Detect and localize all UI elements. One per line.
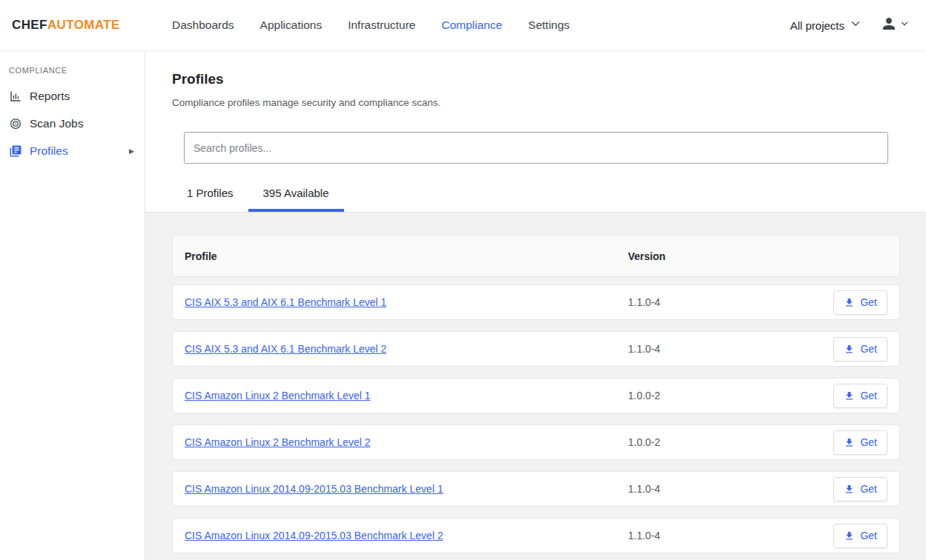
page-subtitle: Compliance profiles manage security and … (172, 97, 900, 109)
tab-available-profiles[interactable]: 395 Available (248, 173, 344, 212)
table-row: CIS AIX 5.3 and AIX 6.1 Benchmark Level … (172, 284, 900, 320)
search-container (184, 132, 888, 164)
get-button-label: Get (860, 530, 877, 541)
profile-link[interactable]: CIS Amazon Linux 2 Benchmark Level 1 (185, 390, 371, 401)
expand-arrow-icon[interactable]: ▶ (129, 147, 134, 155)
nav-item-infrastructure[interactable]: Infrastructure (348, 19, 415, 32)
column-header-profile: Profile (185, 250, 628, 262)
get-button[interactable]: Get (833, 477, 887, 501)
table-row: CIS Amazon Linux 2 Benchmark Level 2 1.0… (172, 424, 900, 460)
sidebar-item-label: Reports (30, 90, 70, 103)
logo-automate-text: AUTOMATE (47, 18, 120, 33)
table-header-row: Profile Version (172, 235, 900, 277)
table-row: CIS Amazon Linux 2014.09-2015.03 Benchma… (172, 518, 900, 553)
profile-link[interactable]: CIS Amazon Linux 2 Benchmark Level 2 (185, 436, 371, 448)
table-row: CIS AIX 5.3 and AIX 6.1 Benchmark Level … (172, 331, 900, 367)
profiles-table-section: Profile Version CIS AIX 5.3 and AIX 6.1 … (145, 213, 926, 560)
profile-link[interactable]: CIS Amazon Linux 2014.09-2015.03 Benchma… (185, 530, 443, 541)
download-icon (844, 437, 855, 448)
table-row: CIS Amazon Linux 2 Benchmark Level 1 1.0… (172, 378, 900, 413)
user-menu[interactable] (880, 15, 910, 36)
bar-chart-icon (9, 90, 22, 103)
sidebar-section-label: COMPLIANCE (0, 66, 145, 82)
chef-automate-logo[interactable]: CHEFAUTOMATE (0, 18, 160, 33)
nav-item-settings[interactable]: Settings (528, 19, 569, 32)
user-avatar-icon (880, 15, 898, 36)
main-navigation: Dashboards Applications Infrastructure C… (160, 19, 569, 32)
get-button[interactable]: Get (833, 290, 887, 315)
profile-link[interactable]: CIS Amazon Linux 2014.09-2015.03 Benchma… (185, 483, 443, 495)
page-layout: COMPLIANCE Reports Scan Jobs Profiles ▶ … (0, 51, 926, 560)
download-icon (844, 530, 855, 541)
projects-dropdown[interactable]: All projects (790, 17, 862, 33)
top-navbar: CHEFAUTOMATE Dashboards Applications Inf… (0, 0, 926, 51)
get-button-label: Get (860, 343, 877, 355)
sidebar-item-reports[interactable]: Reports (0, 82, 145, 110)
profile-link[interactable]: CIS AIX 5.3 and AIX 6.1 Benchmark Level … (185, 343, 386, 355)
chevron-down-icon (899, 19, 910, 32)
chevron-down-icon (849, 17, 862, 33)
column-header-version: Version (628, 250, 798, 262)
download-icon (844, 484, 855, 495)
projects-dropdown-label: All projects (790, 19, 844, 32)
search-input[interactable] (184, 132, 888, 164)
profiles-header-section: Profiles Compliance profiles manage secu… (145, 51, 926, 213)
download-icon (844, 390, 855, 401)
get-button-label: Get (860, 390, 877, 401)
main-content: Profiles Compliance profiles manage secu… (145, 51, 926, 560)
nav-item-compliance[interactable]: Compliance (441, 19, 502, 32)
table-row: CIS Amazon Linux 2014.09-2015.03 Benchma… (172, 471, 900, 507)
get-button[interactable]: Get (833, 430, 887, 455)
version-value: 1.1.0-4 (628, 296, 798, 308)
logo-chef-text: CHEF (12, 18, 47, 33)
version-value: 1.1.0-4 (628, 343, 798, 355)
radar-icon (9, 117, 22, 130)
sidebar-item-label: Profiles (30, 144, 68, 158)
version-value: 1.1.0-4 (628, 530, 798, 541)
profiles-tabs: 1 Profiles 395 Available (172, 173, 900, 212)
get-button-label: Get (860, 296, 877, 308)
library-icon (9, 144, 22, 158)
get-button-label: Get (860, 436, 877, 448)
tab-my-profiles[interactable]: 1 Profiles (172, 173, 248, 212)
download-icon (844, 344, 855, 355)
get-button[interactable]: Get (833, 384, 887, 408)
version-value: 1.1.0-4 (628, 483, 798, 495)
nav-item-applications[interactable]: Applications (260, 19, 323, 32)
get-button-label: Get (860, 483, 877, 495)
compliance-sidebar: COMPLIANCE Reports Scan Jobs Profiles ▶ (0, 51, 145, 560)
profile-link[interactable]: CIS AIX 5.3 and AIX 6.1 Benchmark Level … (185, 296, 386, 308)
sidebar-item-label: Scan Jobs (30, 117, 83, 130)
download-icon (844, 297, 855, 308)
version-value: 1.0.0-2 (628, 436, 798, 448)
sidebar-item-profiles[interactable]: Profiles ▶ (0, 137, 145, 164)
nav-item-dashboards[interactable]: Dashboards (172, 19, 234, 32)
navbar-right: All projects (790, 15, 926, 36)
page-title: Profiles (172, 71, 900, 87)
get-button[interactable]: Get (833, 524, 887, 548)
get-button[interactable]: Get (833, 337, 887, 361)
version-value: 1.0.0-2 (628, 390, 798, 401)
sidebar-item-scan-jobs[interactable]: Scan Jobs (0, 110, 145, 137)
